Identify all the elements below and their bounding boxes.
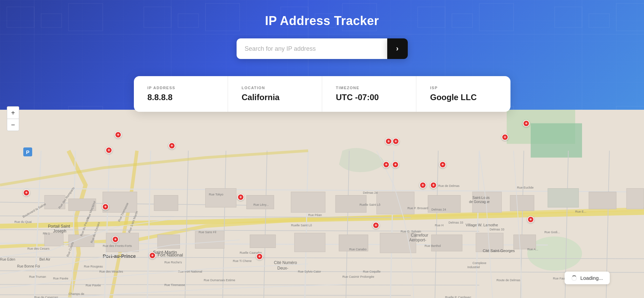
svg-rect-39 [510, 195, 534, 211]
zoom-in-button[interactable]: + [7, 106, 19, 119]
svg-text:Saint-Martin: Saint-Martin [153, 250, 177, 255]
svg-text:Cité Saint-Georges: Cité Saint-Georges [483, 249, 515, 253]
search-bar: › [237, 38, 408, 59]
map-marker-dot-19: + [527, 216, 534, 223]
svg-text:Delmas 24: Delmas 24 [431, 208, 446, 211]
svg-rect-42 [627, 189, 644, 209]
svg-text:Rue G. Sylvain: Rue G. Sylvain [401, 230, 421, 233]
svg-text:Route de Delmas: Route de Delmas [496, 278, 520, 282]
svg-text:Industriel: Industriel [467, 265, 480, 269]
map-marker-15[interactable]: + [149, 252, 156, 259]
svg-text:Rue Tokyo: Rue Tokyo [209, 193, 223, 196]
svg-text:Bel Air: Bel Air [39, 257, 50, 261]
info-value-3: Google LLC [430, 93, 496, 102]
map-marker-17[interactable]: + [523, 120, 530, 127]
map-marker-dot-8: + [419, 182, 426, 189]
svg-text:Rue E...: Rue E... [575, 210, 586, 213]
svg-text:Rue Eden: Rue Eden [0, 258, 15, 261]
svg-text:Rue Euclide: Rue Euclide [517, 186, 534, 189]
svg-text:Rue Pavée: Rue Pavée [86, 284, 101, 287]
svg-text:Rue Tiremasse: Rue Tiremasse [164, 283, 185, 287]
map-marker-12[interactable]: + [237, 194, 244, 201]
svg-rect-54 [514, 235, 536, 249]
info-section-2: TIMEZONE UTC -07:00 [322, 76, 416, 112]
svg-text:Ruelle Saint Lô: Ruelle Saint Lô [359, 203, 380, 206]
arrow-icon: › [396, 44, 399, 53]
svg-text:Rue Dumarsais Estime: Rue Dumarsais Estime [204, 278, 235, 282]
info-section-1: LOCATION California [228, 76, 322, 112]
map-marker-dot-5: + [439, 161, 446, 168]
map-marker-dot-9: + [430, 182, 437, 189]
svg-rect-52 [431, 235, 462, 251]
info-label-1: LOCATION [242, 86, 308, 90]
info-section-0: IP ADDRESS 8.8.8.8 [134, 76, 228, 112]
map-marker-8[interactable]: + [419, 182, 426, 189]
svg-text:Ruelle Saint Lô: Ruelle Saint Lô [291, 224, 312, 227]
svg-text:RN 1: RN 1 [43, 232, 50, 235]
map-marker-13[interactable]: + [372, 222, 379, 229]
svg-text:Rue Truman: Rue Truman [29, 275, 46, 278]
svg-rect-32 [205, 189, 236, 207]
svg-text:Delmas 24: Delmas 24 [363, 191, 378, 194]
map-marker-0[interactable]: + [115, 131, 122, 138]
svg-text:Rue Pavée: Rue Pavée [53, 277, 68, 280]
svg-rect-45 [106, 233, 139, 252]
svg-text:Rue Bonne Foi: Rue Bonne Foi [17, 264, 40, 268]
svg-text:Rue Rougeau: Rue Rougeau [84, 265, 103, 268]
svg-text:Joseph: Joseph [53, 229, 66, 234]
map-marker-3[interactable]: + [383, 161, 390, 168]
svg-rect-31 [154, 195, 178, 211]
svg-rect-36 [377, 192, 414, 214]
map-marker-4[interactable]: + [392, 161, 399, 168]
map-marker-dot-4: + [392, 161, 399, 168]
search-input[interactable] [237, 38, 387, 59]
map-marker-6[interactable]: + [385, 138, 392, 145]
search-button[interactable]: › [387, 38, 408, 59]
info-label-3: ISP [430, 86, 496, 90]
map-marker-dot-18: + [502, 134, 508, 141]
map-marker-14[interactable]: + [112, 236, 119, 243]
svg-text:Rue Lévy...: Rue Lévy... [253, 203, 269, 206]
map-marker-1[interactable]: + [168, 142, 175, 149]
map-container: Port-au-Prince Fort National Cité Numéro… [0, 89, 644, 298]
svg-rect-48 [250, 235, 276, 248]
map-marker-9[interactable]: + [430, 182, 437, 189]
svg-rect-46 [157, 235, 180, 249]
svg-text:Carrefour: Carrefour [411, 233, 428, 238]
svg-text:Rue Sans Fil: Rue Sans Fil [199, 230, 216, 234]
map-marker-dot-11: + [102, 203, 109, 210]
map-marker-dot-14: + [112, 236, 119, 243]
map-marker-16[interactable]: + [256, 253, 263, 260]
svg-text:Rue Péan: Rue Péan [308, 213, 322, 217]
map-marker-dot-13: + [372, 222, 379, 229]
svg-text:Aeroport-: Aeroport- [409, 238, 426, 242]
map-marker-dot-7: + [392, 138, 399, 145]
map-marker-5[interactable]: + [439, 161, 446, 168]
map-marker-2[interactable]: + [105, 147, 112, 154]
map-marker-18[interactable]: + [502, 134, 508, 141]
svg-text:Rue H: Rue H [435, 224, 444, 227]
map-marker-11[interactable]: + [102, 203, 109, 210]
map-marker-7[interactable]: + [392, 138, 399, 145]
map-marker-dot-2: + [105, 147, 112, 154]
map-svg: Port-au-Prince Fort National Cité Numéro… [0, 89, 644, 298]
info-card: IP ADDRESS 8.8.8.8 LOCATION California T… [134, 76, 510, 112]
svg-text:Rue du Quai: Rue du Quai [14, 220, 32, 224]
svg-rect-41 [589, 192, 616, 209]
svg-text:Deux-: Deux- [277, 266, 288, 271]
svg-text:Portail Saint: Portail Saint [48, 224, 70, 229]
map-marker-dot-15: + [149, 252, 156, 259]
map-marker-19[interactable]: + [527, 216, 534, 223]
map-marker-10[interactable]: + [23, 189, 30, 196]
svg-rect-2 [531, 123, 582, 158]
svg-text:Rue A...: Rue A... [527, 248, 538, 251]
spinner-icon [571, 275, 577, 281]
svg-rect-33 [247, 195, 274, 209]
info-label-0: IP ADDRESS [148, 86, 214, 90]
svg-text:Rue Ti Chene: Rue Ti Chene [233, 259, 252, 263]
zoom-out-button[interactable]: − [7, 119, 19, 131]
page-title: IP Address Tracker [265, 14, 379, 28]
svg-text:Rue Casimir Prolongée: Rue Casimir Prolongée [342, 275, 374, 278]
svg-rect-34 [291, 192, 325, 213]
svg-text:Rue des Fronts-Forts: Rue des Fronts-Forts [103, 244, 132, 248]
